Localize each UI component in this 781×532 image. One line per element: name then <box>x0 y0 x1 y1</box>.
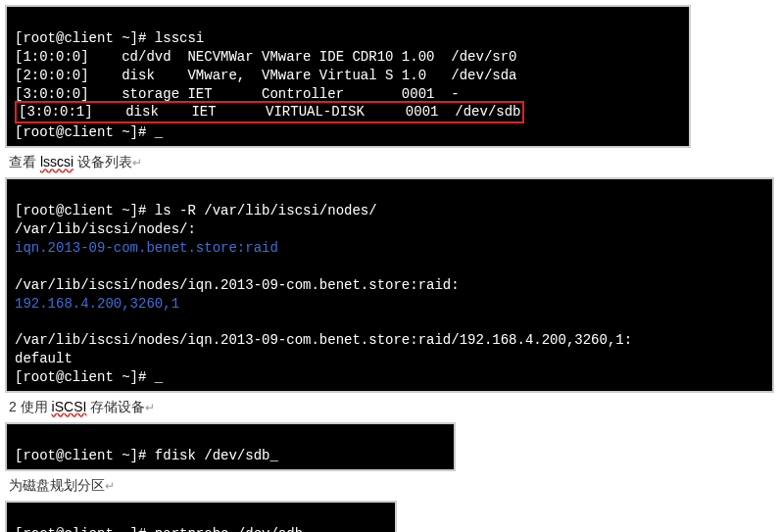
cursor-icon: _ <box>155 368 163 387</box>
blank-line <box>15 314 23 329</box>
prompt: [root@client ~]# <box>15 448 155 463</box>
return-arrow-icon: ↵ <box>132 156 142 169</box>
command-lsscsi: lsscsi <box>155 30 204 46</box>
caption-text: 为磁盘规划分区 <box>9 477 105 493</box>
lsscsi-row-highlighted: [3:0:0:1] disk IET VIRTUAL-DISK 0001 /de… <box>15 101 524 123</box>
caption-text: 存储设备 <box>86 399 145 414</box>
prompt: [root@client ~]# <box>15 124 155 140</box>
blank-line <box>15 259 23 274</box>
terminal-ls-r: [root@client ~]# ls -R /var/lib/iscsi/no… <box>5 177 774 393</box>
output-dir-blue: 192.168.4.200,3260,1 <box>15 296 179 312</box>
caption-lsscsi: 查看 lsscsi 设备列表↵ <box>9 154 776 171</box>
output-line: /var/lib/iscsi/nodes/iqn.2013-09-com.ben… <box>15 277 460 293</box>
cursor-icon: _ <box>269 447 277 465</box>
caption-text: 2 使用 <box>9 399 52 414</box>
return-arrow-icon: ↵ <box>145 401 155 414</box>
output-line: default <box>15 351 73 366</box>
caption-underline: iSCSI <box>52 399 87 414</box>
lsscsi-row-3: [3:0:0:0] storage IET Controller 0001 - <box>15 86 460 102</box>
caption-iscsi: 2 使用 iSCSI 存储设备↵ <box>9 399 776 416</box>
terminal-fdisk: [root@client ~]# fdisk /dev/sdb_ <box>5 422 456 471</box>
lsscsi-row-1: [1:0:0:0] cd/dvd NECVMWar VMware IDE CDR… <box>15 49 516 65</box>
prompt: [root@client ~]# <box>15 369 155 385</box>
output-line: /var/lib/iscsi/nodes/: <box>15 221 196 237</box>
prompt: [root@client ~]# <box>15 30 155 46</box>
command-partprobe: partprobe /dev/sdb <box>155 526 303 532</box>
terminal-lsscsi: [root@client ~]# lsscsi [1:0:0:0] cd/dvd… <box>5 5 691 148</box>
lsscsi-row-2: [2:0:0:0] disk VMware, VMware Virtual S … <box>15 68 516 83</box>
command-fdisk: fdisk /dev/sdb <box>155 448 270 463</box>
prompt: [root@client ~]# <box>15 203 155 218</box>
return-arrow-icon: ↵ <box>105 479 115 493</box>
caption-text: 查看 <box>9 154 40 169</box>
command-ls-r: ls -R /var/lib/iscsi/nodes/ <box>155 203 377 218</box>
prompt: [root@client ~]# <box>15 526 155 532</box>
output-line: /var/lib/iscsi/nodes/iqn.2013-09-com.ben… <box>15 332 632 348</box>
terminal-partprobe: [root@client ~]# partprobe /dev/sdb <box>5 501 397 532</box>
caption-partition: 为磁盘规划分区↵ <box>9 477 776 495</box>
caption-text: 设备列表 <box>73 154 132 169</box>
cursor-icon: _ <box>155 123 163 142</box>
caption-underline: lsscsi <box>40 154 73 169</box>
output-dir-blue: iqn.2013-09-com.benet.store:raid <box>15 240 278 256</box>
